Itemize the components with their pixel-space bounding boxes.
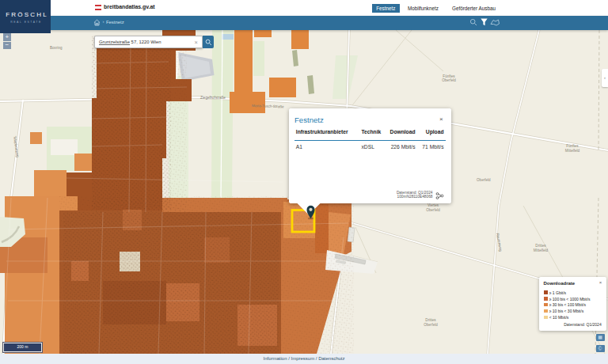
- svg-text:Boxring: Boxring: [50, 46, 63, 50]
- svg-text:Fünftes: Fünftes: [443, 74, 455, 78]
- svg-text:Oberfeld: Oberfeld: [477, 178, 491, 182]
- svg-text:Mittelfeld: Mittelfeld: [565, 149, 580, 153]
- svg-text:Drittes: Drittes: [535, 244, 546, 248]
- svg-text:Oberfeld: Oberfeld: [424, 323, 438, 327]
- svg-text:Oberfeld: Oberfeld: [426, 208, 440, 212]
- svg-text:Mittelfeld: Mittelfeld: [534, 248, 549, 252]
- svg-text:Fünftes: Fünftes: [566, 144, 579, 148]
- svg-text:Drittes: Drittes: [425, 318, 436, 322]
- svg-text:Ziegelhofstraße: Ziegelhofstraße: [200, 96, 226, 100]
- svg-text:Oberfeld: Oberfeld: [442, 78, 456, 82]
- svg-text:Viertes: Viertes: [428, 203, 439, 207]
